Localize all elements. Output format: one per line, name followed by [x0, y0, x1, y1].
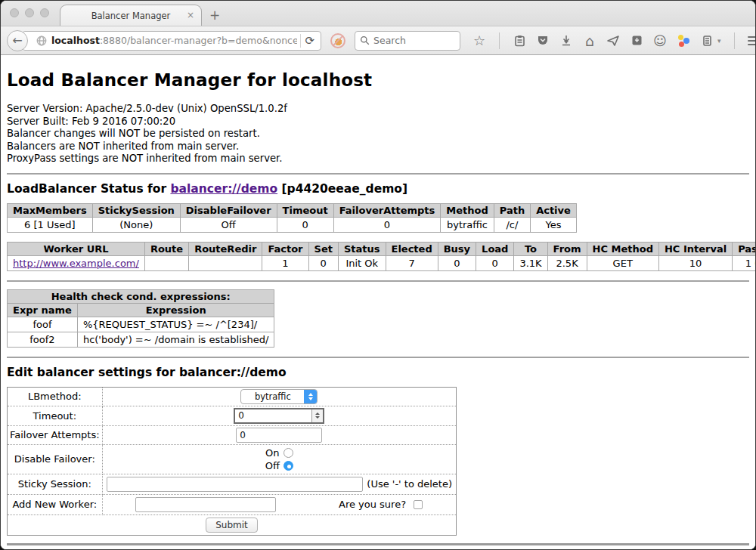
window-controls: [10, 8, 49, 17]
timeout-value: 0: [277, 217, 333, 232]
sticky-session-label: Sticky Session:: [8, 474, 103, 494]
column-header: Active: [531, 203, 577, 217]
balancer-status-table: MaxMembers StickySession DisableFailover…: [7, 203, 577, 233]
menu-icon[interactable]: [748, 36, 756, 45]
worker-url-link[interactable]: http://www.example.com/: [13, 258, 139, 269]
busy-cell: 0: [438, 255, 476, 270]
search-input[interactable]: [373, 35, 455, 46]
method-value: bytraffic: [441, 217, 494, 232]
off-radio-button[interactable]: [284, 461, 293, 471]
sticky-session-row: Sticky Session: (Use '-' to delete): [8, 474, 457, 494]
timeout-input[interactable]: 0: [234, 408, 324, 424]
bookmark-star-icon[interactable]: ☆: [472, 34, 486, 48]
radio-off-option: Off: [105, 459, 454, 472]
number-spinner-icon[interactable]: [311, 409, 323, 422]
column-header: Path: [494, 203, 530, 217]
title-bar: Balancer Manager × +: [1, 1, 755, 26]
failover-attempts-label: Failover Attempts:: [8, 425, 103, 444]
new-tab-button[interactable]: +: [209, 8, 220, 23]
clipboard-icon[interactable]: [513, 34, 526, 48]
loadbalancer-status-heading: LoadBalancer Status for balancer://demo …: [7, 182, 749, 196]
add-worker-input[interactable]: [135, 497, 276, 512]
failover-attempts-input[interactable]: [236, 428, 322, 443]
pocket-icon[interactable]: [536, 34, 550, 48]
are-you-sure-label: Are you sure?: [339, 499, 406, 510]
extension-panel-icon[interactable]: [700, 34, 714, 48]
failoverattempts-value: 0: [333, 217, 441, 232]
content-blocker-icon[interactable]: [330, 33, 345, 48]
column-header: DisableFailover: [180, 203, 277, 217]
health-check-table: Health check cond. expressions: Expr nam…: [7, 289, 274, 348]
column-header: FailoverAttempts: [333, 203, 441, 217]
browser-window: Balancer Manager × + ← localhost:8880/ba…: [0, 0, 756, 550]
load-cell: 0: [476, 255, 514, 270]
timeout-label: Timeout:: [8, 406, 103, 425]
home-icon[interactable]: ⌂: [583, 34, 596, 48]
search-bar[interactable]: [355, 31, 460, 51]
off-label: Off: [265, 460, 280, 471]
chevron-down-icon[interactable]: ▾: [717, 37, 721, 45]
submit-button[interactable]: Submit: [206, 518, 258, 533]
server-built-line: Server Built: Feb 9 2016 07:00:20: [7, 116, 749, 128]
page-content: Load Balancer Manager for localhost Serv…: [1, 55, 755, 550]
on-label: On: [265, 447, 279, 459]
disablefailover-value: Off: [180, 217, 277, 232]
expr-name-cell: foof2: [8, 332, 78, 347]
url-bar[interactable]: localhost:8880/balancer-manager?b=demo&n…: [22, 31, 321, 51]
colorful-dots-icon[interactable]: [677, 34, 690, 48]
sticky-session-input[interactable]: [107, 477, 364, 492]
balancer-demo-link[interactable]: balancer://demo: [170, 182, 277, 196]
column-header: Status: [338, 242, 386, 255]
are-you-sure-checkbox[interactable]: [414, 500, 423, 509]
column-header: HC Interval: [658, 242, 732, 255]
feedback-smiley-icon[interactable]: ☺: [653, 34, 667, 48]
arrow-down-box-icon[interactable]: [630, 34, 643, 48]
routeredir-cell: [189, 255, 262, 270]
lbmethod-select[interactable]: bytraffic: [240, 389, 318, 404]
failover-field-cell: [102, 425, 456, 444]
url-text[interactable]: localhost:8880/balancer-manager?b=demo&n…: [51, 35, 297, 46]
maxmembers-value: 6 [1 Used]: [8, 217, 93, 232]
stickysession-value: (None): [92, 217, 180, 232]
hc-method-cell: GET: [587, 255, 658, 270]
navigation-toolbar: ← localhost:8880/balancer-manager?b=demo…: [1, 26, 755, 55]
column-header: Expr name: [8, 303, 78, 317]
hc-interval-cell: 10: [658, 255, 732, 270]
expr-value-cell: %{REQUEST_STATUS} =~ /^[234]/: [77, 317, 274, 332]
globe-icon: [36, 36, 47, 46]
column-header: To: [514, 242, 547, 255]
persist-notice-line: Balancer changes will NOT be persisted o…: [7, 128, 749, 141]
reload-icon[interactable]: ⟳: [303, 34, 321, 48]
urlbar-divider: [300, 34, 301, 48]
sticky-session-field-cell: (Use '-' to delete): [102, 474, 456, 494]
table-header-row: Worker URL Route RouteRedir Factor Set S…: [8, 242, 756, 255]
path-value: /c/: [494, 217, 530, 232]
back-button[interactable]: ←: [7, 30, 28, 51]
zoom-window-button[interactable]: [40, 8, 49, 17]
on-radio-button[interactable]: [284, 448, 293, 458]
divider: [7, 357, 749, 358]
column-header: RouteRedir: [189, 242, 262, 255]
column-header: StickySession: [92, 203, 180, 217]
minimize-window-button[interactable]: [25, 8, 34, 17]
column-header: Load: [476, 242, 514, 255]
column-header: From: [547, 242, 587, 255]
download-icon[interactable]: [559, 34, 573, 48]
toolbar-divider: [499, 32, 500, 49]
divider: [7, 280, 749, 282]
disable-failover-label: Disable Failover:: [8, 444, 103, 474]
lbmethod-selected-value: bytraffic: [241, 390, 304, 403]
close-window-button[interactable]: [10, 8, 19, 17]
submit-cell: Submit: [8, 514, 457, 535]
expr-row: foof2 hc('body') =~ /domain is establish…: [8, 332, 274, 347]
browser-tab[interactable]: Balancer Manager ×: [60, 5, 202, 26]
table-title-row: Health check cond. expressions:: [8, 289, 274, 303]
url-path: :8880/balancer-manager?b=demo&nonce=decc…: [100, 35, 297, 46]
expr-value-cell: hc('body') =~ /domain is established/: [77, 332, 274, 347]
send-icon[interactable]: [606, 34, 620, 48]
to-cell: 3.1K: [514, 255, 547, 270]
column-header: HC Method: [587, 242, 658, 255]
tab-close-icon[interactable]: ×: [187, 10, 194, 20]
from-cell: 2.5K: [547, 255, 587, 270]
select-stepper-icon: [304, 390, 317, 403]
